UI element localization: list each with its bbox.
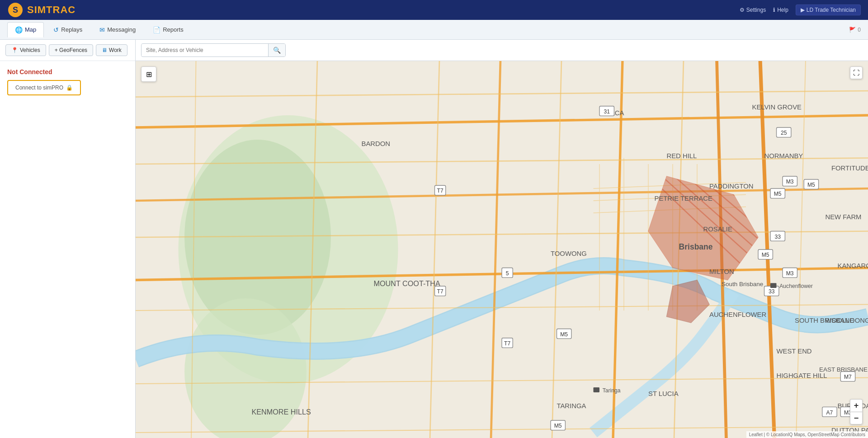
- svg-text:NEW FARM: NEW FARM: [826, 213, 862, 221]
- navbar-right: ⚙ Settings ℹ Help ▶ LD Trade Technician: [740, 5, 861, 15]
- tab-messaging[interactable]: ✉ Messaging: [92, 22, 143, 38]
- svg-text:25: 25: [781, 130, 787, 136]
- svg-text:M5: M5: [774, 191, 782, 197]
- svg-rect-117: [594, 387, 600, 392]
- content-area: 📍 Vehicles + GeoFences 🖥 Work Not Connec…: [0, 40, 868, 438]
- map-fullscreen-button[interactable]: ⛶: [850, 66, 863, 79]
- svg-text:MOUNT COOT-THA: MOUNT COOT-THA: [374, 279, 440, 287]
- svg-text:Auchenflower: Auchenflower: [779, 283, 813, 289]
- settings-link[interactable]: ⚙ Settings: [740, 7, 766, 13]
- help-link[interactable]: ℹ Help: [773, 7, 788, 13]
- geofences-button[interactable]: + GeoFences: [49, 44, 93, 56]
- svg-text:SOUTH BRISBANE: SOUTH BRISBANE: [795, 317, 854, 324]
- brand: S SIMTRAC: [7, 2, 75, 18]
- svg-text:31: 31: [604, 108, 610, 115]
- svg-text:33: 33: [774, 234, 781, 240]
- svg-text:T7: T7: [504, 340, 510, 347]
- vehicle-icon: 📍: [11, 47, 18, 53]
- map-layer-button[interactable]: ⊞: [141, 66, 156, 82]
- svg-text:WEST END: WEST END: [777, 348, 812, 355]
- svg-text:HIGHGATE HILL: HIGHGATE HILL: [777, 372, 827, 379]
- svg-text:M7: M7: [844, 374, 852, 380]
- tabs-bar: 🌐 Map ↺ Replays ✉ Messaging 📄 Reports 🚩 …: [0, 20, 868, 40]
- svg-text:M5: M5: [560, 331, 568, 338]
- map-attribution: Leaflet | © LocationIQ Maps, OpenStreetM…: [746, 431, 868, 438]
- tab-map[interactable]: 🌐 Map: [7, 22, 44, 38]
- svg-text:M5: M5: [762, 252, 769, 258]
- help-icon: ℹ: [773, 7, 775, 13]
- replay-icon: ↺: [53, 26, 59, 33]
- brand-name: SIMTRAC: [27, 4, 75, 16]
- zoom-in-button[interactable]: +: [850, 399, 863, 412]
- svg-text:T7: T7: [437, 288, 443, 295]
- svg-text:33: 33: [769, 288, 775, 295]
- user-icon: ▶: [801, 7, 805, 13]
- gear-icon: ⚙: [740, 7, 745, 13]
- map-zoom-controls: + −: [850, 399, 863, 424]
- svg-text:Brisbane: Brisbane: [679, 242, 713, 251]
- globe-icon: 🌐: [15, 26, 23, 33]
- svg-text:5: 5: [506, 270, 509, 277]
- svg-text:NORMANBY: NORMANBY: [764, 152, 803, 160]
- svg-text:Taringa: Taringa: [603, 387, 621, 394]
- svg-text:M5: M5: [554, 423, 562, 429]
- work-button[interactable]: 🖥 Work: [96, 44, 127, 56]
- fullscreen-icon: ⛶: [853, 69, 859, 76]
- svg-text:T7: T7: [437, 188, 443, 194]
- svg-text:A7: A7: [826, 409, 833, 415]
- user-menu-button[interactable]: ▶ LD Trade Technician: [796, 5, 861, 15]
- map-container[interactable]: KELVIN GROVE TENERIFFE FORTITUDE VALLEY …: [136, 61, 868, 438]
- flag-badge: 🚩 0: [849, 27, 861, 33]
- svg-text:South Brisbane: South Brisbane: [722, 281, 763, 287]
- svg-text:MILTON: MILTON: [709, 268, 734, 275]
- zoom-out-button[interactable]: −: [850, 412, 863, 424]
- sidebar-toolbar: 📍 Vehicles + GeoFences 🖥 Work: [0, 40, 135, 61]
- tab-reports[interactable]: 📄 Reports: [145, 22, 191, 38]
- navbar: S SIMTRAC ⚙ Settings ℹ Help ▶ LD Trade T…: [0, 0, 868, 20]
- svg-text:M3: M3: [786, 270, 794, 277]
- brand-logo: S: [7, 2, 24, 18]
- map-area: 🔍: [136, 40, 868, 438]
- svg-text:PETRIE TERRACE: PETRIE TERRACE: [655, 195, 712, 202]
- map-svg: KELVIN GROVE TENERIFFE FORTITUDE VALLEY …: [136, 61, 868, 438]
- layers-icon: ⊞: [146, 70, 152, 79]
- svg-text:ROSALIE: ROSALIE: [703, 226, 732, 233]
- search-input[interactable]: [142, 44, 268, 56]
- svg-text:RED HILL: RED HILL: [667, 152, 697, 160]
- search-icon: 🔍: [273, 47, 281, 54]
- svg-text:ST LUCIA: ST LUCIA: [648, 390, 679, 397]
- connect-simpro-button[interactable]: Connect to simPRO 🔒: [7, 80, 81, 95]
- lock-icon: 🔒: [66, 85, 73, 91]
- not-connected-title: Not Connected: [7, 68, 128, 75]
- email-icon: ✉: [99, 26, 105, 33]
- svg-text:KENMORE HILLS: KENMORE HILLS: [252, 407, 311, 415]
- tab-replays[interactable]: ↺ Replays: [46, 22, 90, 38]
- svg-text:S: S: [13, 5, 18, 14]
- svg-text:PADDINGTON: PADDINGTON: [709, 183, 754, 190]
- svg-rect-115: [770, 283, 777, 288]
- search-input-wrap: 🔍: [141, 43, 286, 57]
- work-icon: 🖥: [102, 47, 107, 53]
- svg-text:M5: M5: [807, 182, 815, 188]
- flag-icon: 🚩: [849, 27, 856, 33]
- svg-text:TOOWONG: TOOWONG: [551, 250, 587, 257]
- svg-text:BARDON: BARDON: [362, 140, 391, 147]
- svg-point-5: [184, 298, 307, 438]
- search-button[interactable]: 🔍: [268, 44, 285, 57]
- svg-text:FORTITUDE VALLEY: FORTITUDE VALLEY: [831, 165, 868, 172]
- svg-text:TARINGA: TARINGA: [557, 402, 586, 410]
- svg-text:AUCHENFLOWER: AUCHENFLOWER: [709, 311, 766, 318]
- svg-text:M3: M3: [786, 179, 794, 185]
- document-icon: 📄: [153, 26, 160, 33]
- vehicles-button[interactable]: 📍 Vehicles: [5, 44, 46, 56]
- svg-text:KELVIN GROVE: KELVIN GROVE: [752, 103, 802, 110]
- svg-text:KANGAROO POINT: KANGAROO POINT: [838, 262, 868, 269]
- map-search-bar: 🔍: [136, 40, 868, 61]
- sidebar: 📍 Vehicles + GeoFences 🖥 Work Not Connec…: [0, 40, 136, 438]
- sidebar-content: Not Connected Connect to simPRO 🔒: [0, 61, 135, 103]
